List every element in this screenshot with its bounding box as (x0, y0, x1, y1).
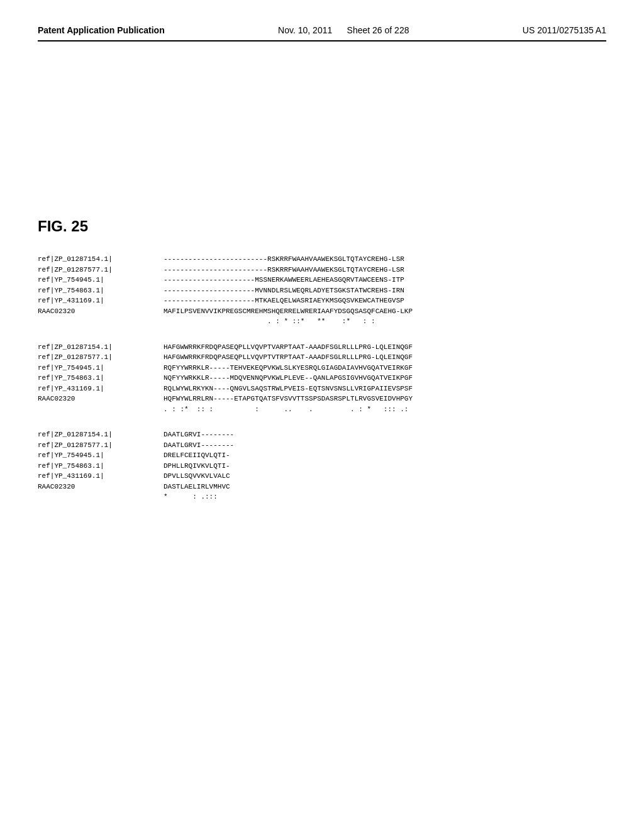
sequence-id: ref|YP_431169.1| (38, 471, 164, 482)
sequence-id: ref|ZP_01287154.1| (38, 254, 164, 265)
header-date: Nov. 10, 2011 Sheet 26 of 228 (278, 25, 409, 35)
sequence-data: HAFGWWRRKFRDQPASEQPLLVQVPTVTRPTAAT-AAADF… (164, 352, 413, 363)
page-header: Patent Application Publication Nov. 10, … (38, 25, 606, 42)
conservation-data: . : :* :: : : .. . . : * ::: .: (164, 404, 408, 415)
conservation-row: * : .::: (38, 492, 606, 502)
conservation-row: . : * ::* ** :* : : (38, 316, 606, 327)
page: Patent Application Publication Nov. 10, … (0, 0, 644, 830)
sequence-row: ref|YP_754945.1|DRELFCEIIQVLQTI- (38, 450, 606, 461)
sequence-data: DRELFCEIIQVLQTI- (164, 450, 230, 461)
sequence-data: ----------------------MSSNERKAWWEERLAEHE… (164, 275, 404, 285)
sequence-id: RAAC02320 (38, 482, 164, 492)
header-date-text: Nov. 10, 2011 (278, 25, 332, 35)
sequence-row: ref|ZP_01287577.1|DAATLGRVI-------- (38, 440, 606, 451)
sequence-row: ref|YP_754945.1|----------------------MS… (38, 275, 606, 285)
header-sheet: Sheet 26 of 228 (347, 25, 409, 35)
sequence-row: ref|ZP_01287154.1|----------------------… (38, 254, 606, 265)
header-publication-label: Patent Application Publication (38, 25, 165, 35)
sequence-data: DPVLLSQVVKVLVALC (164, 471, 230, 482)
header-patent-number: US 2011/0275135 A1 (523, 25, 606, 35)
sequence-blocks: ref|ZP_01287154.1|----------------------… (38, 254, 606, 502)
sequence-row: ref|YP_431169.1|RQLWYWLRKYKN----QNGVLSAQ… (38, 384, 606, 394)
sequence-data: DASTLAELIRLVMHVC (164, 482, 230, 492)
sequence-row: ref|ZP_01287577.1|HAFGWWRRKFRDQPASEQPLLV… (38, 352, 606, 363)
sequence-data: DAATLGRVI-------- (164, 429, 234, 440)
sequence-row: ref|ZP_01287577.1|----------------------… (38, 265, 606, 275)
sequence-data: HQFWYWLRRLRN-----ETAPGTQATSFVSVVTTSSPSDA… (164, 394, 413, 404)
sequence-block-3: ref|ZP_01287154.1|DAATLGRVI--------ref|Z… (38, 429, 606, 502)
sequence-row: RAAC02320MAFILPSVENVVIKPREGSCMREHMSHQERR… (38, 306, 606, 317)
sequence-row: ref|ZP_01287154.1|DAATLGRVI-------- (38, 429, 606, 440)
conservation-spacer (38, 316, 164, 327)
sequence-id: ref|ZP_01287154.1| (38, 429, 164, 440)
sequence-data: DAATLGRVI-------- (164, 440, 234, 451)
sequence-id: ref|ZP_01287577.1| (38, 440, 164, 451)
sequence-id: ref|ZP_01287577.1| (38, 352, 164, 363)
sequence-id: ref|YP_754863.1| (38, 285, 164, 296)
sequence-data: ----------------------MTKAELQELWASRIAEYK… (164, 296, 404, 306)
sequence-data: MAFILPSVENVVIKPREGSCMREHMSHQERRELWRERIAA… (164, 306, 413, 317)
sequence-row: ref|YP_754863.1|----------------------MV… (38, 285, 606, 296)
sequence-row: ref|ZP_01287154.1|HAFGWWRRKFRDQPASEQPLLV… (38, 342, 606, 353)
sequence-id: RAAC02320 (38, 306, 164, 317)
sequence-data: -------------------------RSKRRFWAAHVAAWE… (164, 265, 404, 275)
sequence-data: -------------------------RSKRRFWAAHVAAWE… (164, 254, 404, 265)
sequence-row: RAAC02320HQFWYWLRRLRN-----ETAPGTQATSFVSV… (38, 394, 606, 404)
sequence-id: ref|YP_754945.1| (38, 363, 164, 374)
sequence-row: ref|YP_754945.1|RQFYYWRRKLR-----TEHVEKEQ… (38, 363, 606, 374)
sequence-data: RQLWYWLRKYKN----QNGVLSAQSTRWLPVEIS-EQTSN… (164, 384, 413, 394)
sequence-data: NQFYYWRKKLR-----MDQVENNQPVKWLPLEVE--QANL… (164, 373, 413, 384)
sequence-id: ref|ZP_01287577.1| (38, 265, 164, 275)
sequence-data: DPHLLRQIVKVLQTI- (164, 461, 230, 472)
figure-title: FIG. 25 (38, 218, 606, 235)
sequence-id: ref|YP_754945.1| (38, 275, 164, 285)
sequence-id: ref|YP_754863.1| (38, 373, 164, 384)
sequence-id: ref|ZP_01287154.1| (38, 342, 164, 353)
conservation-spacer (38, 404, 164, 415)
sequence-block-2: ref|ZP_01287154.1|HAFGWWRRKFRDQPASEQPLLV… (38, 342, 606, 415)
sequence-id: ref|YP_754863.1| (38, 461, 164, 472)
sequence-id: RAAC02320 (38, 394, 164, 404)
sequence-block-1: ref|ZP_01287154.1|----------------------… (38, 254, 606, 327)
sequence-row: ref|YP_431169.1|DPVLLSQVVKVLVALC (38, 471, 606, 482)
sequence-row: ref|YP_754863.1|DPHLLRQIVKVLQTI- (38, 461, 606, 472)
sequence-row: ref|YP_754863.1|NQFYYWRKKLR-----MDQVENNQ… (38, 373, 606, 384)
sequence-id: ref|YP_754945.1| (38, 450, 164, 461)
conservation-row: . : :* :: : : .. . . : * ::: .: (38, 404, 606, 415)
sequence-id: ref|YP_431169.1| (38, 384, 164, 394)
conservation-data: * : .::: (164, 492, 218, 502)
sequence-row: RAAC02320DASTLAELIRLVMHVC (38, 482, 606, 492)
sequence-data: HAFGWWRRKFRDQPASEQPLLVQVPTVARPTAAT-AAADF… (164, 342, 413, 353)
sequence-data: RQFYYWRRKLR-----TEHVEKEQPVKWLSLKYESRQLGI… (164, 363, 413, 374)
sequence-data: ----------------------MVNNDLRSLWEQRLADYE… (164, 285, 404, 296)
sequence-id: ref|YP_431169.1| (38, 296, 164, 306)
conservation-data: . : * ::* ** :* : : (164, 316, 375, 327)
sequence-row: ref|YP_431169.1|----------------------MT… (38, 296, 606, 306)
conservation-spacer (38, 492, 164, 502)
